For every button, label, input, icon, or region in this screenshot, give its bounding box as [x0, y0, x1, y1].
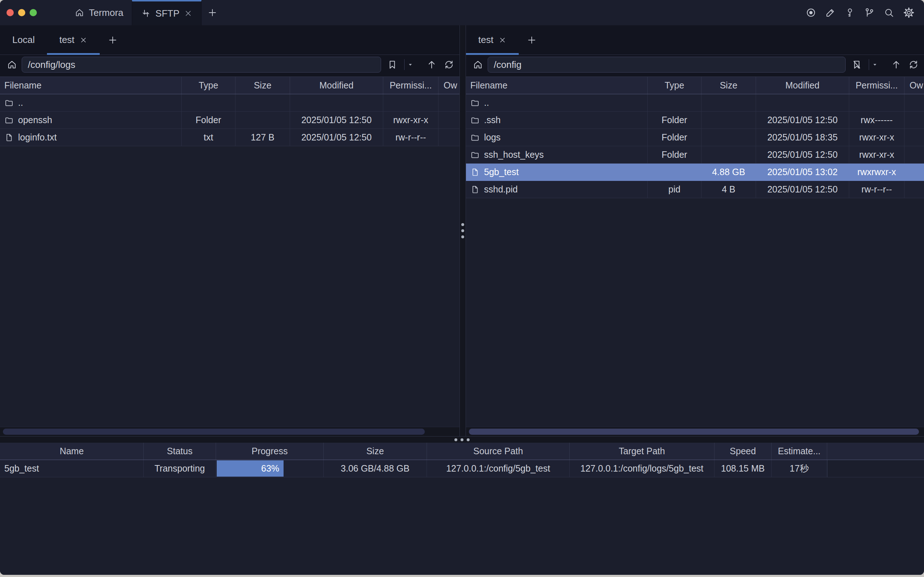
pane-tab-test[interactable]: test: [47, 25, 100, 55]
file-icon: [470, 185, 480, 194]
new-main-tab-button[interactable]: [202, 0, 223, 25]
folder-icon: [470, 98, 480, 108]
close-icon[interactable]: [498, 36, 506, 44]
file-table: FilenameTypeSizeModifiedPermissi...Ow...…: [466, 77, 924, 427]
column-header-filename[interactable]: Filename: [466, 77, 648, 94]
cell-type: [648, 94, 701, 111]
minimize-window-button[interactable]: [18, 9, 25, 16]
column-header-size[interactable]: Size: [701, 77, 756, 94]
tab-sftp[interactable]: SFTP: [132, 0, 201, 25]
column-header-type[interactable]: Type: [182, 77, 235, 94]
column-header-permissions[interactable]: Permissi...: [383, 77, 439, 94]
close-icon[interactable]: [79, 36, 87, 44]
column-header-permissions[interactable]: Permissi...: [849, 77, 905, 94]
active-tab-underline: [466, 53, 519, 55]
scrollbar-thumb[interactable]: [469, 429, 919, 435]
pane-tab-test[interactable]: test: [466, 25, 519, 55]
tab-termora[interactable]: Termora: [66, 0, 132, 25]
file-row[interactable]: ..: [0, 94, 460, 111]
transfer-row[interactable]: 5gb_testTransporting63%3.06 GB/4.88 GB12…: [0, 460, 924, 477]
plus-icon: [527, 35, 537, 45]
column-header-modified[interactable]: Modified: [290, 77, 383, 94]
column-header-estimate[interactable]: Estimate...: [772, 443, 827, 459]
cell-type: Folder: [182, 111, 235, 129]
refresh-icon[interactable]: [443, 59, 455, 70]
branch-icon[interactable]: [864, 7, 875, 18]
up-directory-icon[interactable]: [891, 59, 901, 70]
home-icon[interactable]: [472, 59, 483, 70]
column-header-owner[interactable]: Ow: [439, 77, 460, 94]
cell-modified: 2025/01/05 12:50: [756, 181, 849, 198]
close-window-button[interactable]: [6, 9, 14, 16]
titlebar-actions: [806, 0, 924, 25]
pane-tab-Local[interactable]: Local: [0, 25, 47, 55]
chevron-down-icon[interactable]: [872, 62, 878, 68]
splitter-grip-icon: [455, 438, 469, 441]
horizontal-splitter[interactable]: [0, 436, 924, 443]
pane-tab-label: Local: [12, 34, 35, 45]
path-input[interactable]: [22, 57, 381, 73]
app-window: Termora SFTP Localtest: [0, 0, 924, 575]
cell-permissions: rw-r--r--: [849, 181, 905, 198]
new-pane-tab-button[interactable]: [100, 25, 126, 55]
horizontal-scrollbar[interactable]: [0, 427, 460, 436]
file-table: FilenameTypeSizeModifiedPermissi...Ow..o…: [0, 77, 460, 427]
column-header-size[interactable]: Size: [324, 443, 427, 459]
close-icon[interactable]: [184, 9, 192, 18]
column-header-modified[interactable]: Modified: [756, 77, 849, 94]
cell-filename: sshd.pid: [466, 181, 648, 198]
bookmark-slash-icon[interactable]: [851, 59, 862, 70]
column-header-name[interactable]: Name: [0, 443, 144, 459]
column-header-size[interactable]: Size: [235, 77, 290, 94]
column-header-progress[interactable]: Progress: [216, 443, 324, 459]
remote-pane-tabs: test: [466, 25, 924, 55]
cell-size: [701, 146, 756, 163]
column-header-type[interactable]: Type: [648, 77, 701, 94]
vertical-splitter[interactable]: [460, 25, 466, 436]
transfers-panel: NameStatusProgressSizeSource PathTarget …: [0, 443, 924, 575]
key-icon[interactable]: [845, 7, 855, 18]
chevron-down-icon[interactable]: [408, 62, 413, 68]
column-header-filename[interactable]: Filename: [0, 77, 182, 94]
record-icon[interactable]: [806, 7, 816, 18]
refresh-icon[interactable]: [908, 59, 919, 70]
home-icon: [74, 8, 84, 18]
column-header-speed[interactable]: Speed: [714, 443, 772, 459]
file-row[interactable]: ssh_host_keysFolder2025/01/05 12:50rwxr-…: [466, 146, 924, 164]
column-header-source_path[interactable]: Source Path: [427, 443, 570, 459]
cell-owner: [439, 129, 460, 146]
new-pane-tab-button[interactable]: [519, 25, 545, 55]
column-header-target_path[interactable]: Target Path: [570, 443, 714, 459]
progress-bar-fill: 63%: [217, 460, 284, 477]
home-icon[interactable]: [6, 59, 17, 70]
cell-filename: ssh_host_keys: [466, 146, 648, 163]
folder-icon: [470, 133, 480, 142]
path-bar: [0, 55, 460, 77]
bookmark-split-button[interactable]: [387, 59, 413, 70]
file-row[interactable]: sshd.pidpid4 B2025/01/05 12:50rw-r--r--: [466, 181, 924, 198]
file-row[interactable]: opensshFolder2025/01/05 12:50rwxr-xr-x: [0, 111, 460, 129]
horizontal-scrollbar[interactable]: [466, 427, 924, 436]
file-row[interactable]: ..: [466, 94, 924, 111]
column-header-owner[interactable]: Ow: [905, 77, 924, 94]
edit-icon[interactable]: [825, 7, 836, 18]
maximize-window-button[interactable]: [30, 9, 37, 16]
bookmark-split-button[interactable]: [851, 59, 878, 70]
file-row[interactable]: loginfo.txttxt127 B2025/01/05 12:50rw-r-…: [0, 129, 460, 146]
path-input[interactable]: [488, 57, 846, 73]
up-directory-icon[interactable]: [426, 59, 437, 70]
file-row[interactable]: .sshFolder2025/01/05 12:50rwx------: [466, 111, 924, 129]
cell-owner: [439, 111, 460, 129]
divider: [869, 59, 869, 70]
file-row[interactable]: 5gb_test4.88 GB2025/01/05 13:02rwxrwxr-x: [466, 164, 924, 181]
scrollbar-thumb[interactable]: [3, 429, 425, 435]
search-icon[interactable]: [884, 7, 894, 18]
column-header-status[interactable]: Status: [144, 443, 216, 459]
file-row[interactable]: logsFolder2025/01/05 18:35rwxr-xr-x: [466, 129, 924, 146]
settings-icon[interactable]: [903, 7, 914, 18]
cell-owner: [905, 94, 924, 111]
cell-modified: 2025/01/05 18:35: [756, 129, 849, 146]
bookmark-icon[interactable]: [387, 59, 398, 70]
splitter-grip-icon: [461, 223, 464, 238]
cell-permissions: rwxr-xr-x: [849, 146, 905, 163]
